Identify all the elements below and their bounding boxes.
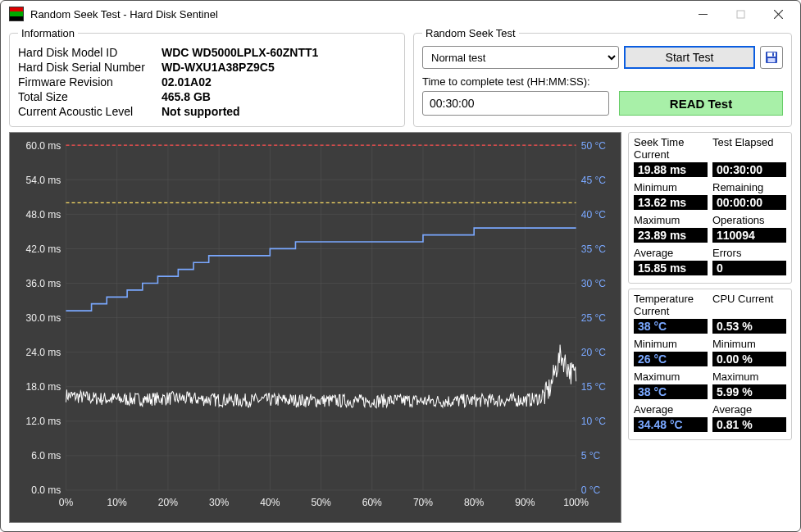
serial-label: Hard Disk Serial Number: [18, 61, 162, 74]
svg-text:30%: 30%: [209, 497, 229, 509]
temp-max-value: 38 °C: [634, 384, 708, 399]
start-test-button[interactable]: Start Test: [624, 46, 755, 69]
test-elapsed-value: 00:30:00: [712, 162, 786, 177]
time-label: Time to complete test (HH:MM:SS):: [422, 75, 783, 88]
svg-text:0 °C: 0 °C: [581, 484, 601, 497]
acoustic-label: Current Acoustic Level: [18, 105, 162, 118]
svg-text:100%: 100%: [563, 497, 589, 509]
information-group: Information Hard Disk Model ID WDC WD500…: [9, 27, 405, 127]
svg-text:36.0 ms: 36.0 ms: [25, 277, 61, 289]
svg-rect-6: [772, 53, 774, 57]
read-test-button[interactable]: READ Test: [619, 91, 783, 116]
svg-text:60%: 60%: [362, 497, 382, 509]
svg-text:25 °C: 25 °C: [581, 312, 606, 325]
svg-text:70%: 70%: [413, 497, 433, 509]
svg-text:20%: 20%: [158, 497, 178, 509]
size-value: 465.8 GB: [162, 90, 396, 103]
information-legend: Information: [18, 27, 78, 39]
model-id-value: WDC WD5000LPLX-60ZNTT1: [162, 46, 396, 59]
test-legend: Random Seek Test: [422, 27, 519, 39]
svg-text:15 °C: 15 °C: [581, 381, 606, 393]
svg-text:30.0 ms: 30.0 ms: [25, 312, 61, 325]
test-group: Random Seek Test Normal test Start Test …: [413, 27, 792, 127]
seek-chart: 0.0 ms6.0 ms12.0 ms18.0 ms24.0 ms30.0 ms…: [9, 132, 621, 523]
svg-text:30 °C: 30 °C: [581, 277, 606, 289]
seek-max-value: 23.89 ms: [634, 228, 708, 243]
model-id-label: Hard Disk Model ID: [18, 46, 162, 59]
svg-text:40 °C: 40 °C: [581, 208, 606, 221]
svg-text:54.0 ms: 54.0 ms: [25, 174, 61, 186]
titlebar: Random Seek Test - Hard Disk Sentinel: [1, 1, 800, 27]
svg-rect-7: [768, 58, 776, 62]
svg-text:42.0 ms: 42.0 ms: [25, 243, 61, 255]
operations-value: 110094: [712, 228, 786, 243]
svg-rect-5: [767, 52, 776, 57]
app-icon: [9, 7, 24, 21]
remaining-value: 00:00:00: [712, 195, 786, 210]
svg-text:80%: 80%: [464, 497, 484, 509]
temp-cpu-group: Temperature Current CPU Current 38 °C 0.…: [628, 289, 792, 440]
temp-current-value: 38 °C: [634, 319, 708, 334]
firmware-value: 02.01A02: [162, 75, 396, 89]
svg-text:6.0 ms: 6.0 ms: [31, 450, 61, 462]
svg-text:0.0 ms: 0.0 ms: [31, 484, 61, 497]
svg-text:50%: 50%: [311, 497, 330, 509]
svg-text:24.0 ms: 24.0 ms: [25, 347, 61, 359]
svg-text:48.0 ms: 48.0 ms: [25, 208, 61, 221]
svg-text:45 °C: 45 °C: [581, 174, 606, 186]
save-button[interactable]: [760, 46, 783, 69]
close-button[interactable]: [759, 2, 797, 26]
temp-avg-value: 34.48 °C: [634, 417, 708, 432]
svg-text:5 °C: 5 °C: [581, 450, 601, 462]
firmware-label: Firmware Revision: [18, 75, 162, 89]
cpu-min-value: 0.00 %: [712, 352, 786, 366]
acoustic-value: Not supported: [162, 105, 396, 118]
floppy-disk-icon: [765, 51, 778, 64]
seek-avg-value: 15.85 ms: [634, 261, 708, 275]
svg-text:10 °C: 10 °C: [581, 416, 606, 428]
serial-value: WD-WXU1A38PZ9C5: [162, 61, 396, 74]
test-type-select[interactable]: Normal test: [422, 46, 619, 69]
window-title: Random Seek Test - Hard Disk Sentinel: [30, 8, 684, 20]
seek-time-group: Seek Time Current Test Elapsed 19.88 ms …: [628, 132, 792, 284]
svg-text:40%: 40%: [260, 497, 280, 509]
minimize-button[interactable]: [684, 2, 721, 26]
svg-text:0%: 0%: [59, 497, 73, 509]
seek-current-value: 19.88 ms: [634, 162, 708, 177]
svg-text:18.0 ms: 18.0 ms: [25, 381, 61, 393]
cpu-current-value: 0.53 %: [712, 319, 786, 334]
size-label: Total Size: [18, 90, 162, 103]
svg-text:20 °C: 20 °C: [581, 347, 606, 359]
maximize-button[interactable]: [721, 2, 759, 26]
svg-text:90%: 90%: [515, 497, 535, 509]
cpu-avg-value: 0.81 %: [712, 417, 786, 432]
svg-text:10%: 10%: [107, 497, 127, 509]
errors-value: 0: [712, 261, 786, 275]
svg-text:35 °C: 35 °C: [581, 243, 606, 255]
time-input[interactable]: [422, 91, 609, 116]
seek-min-value: 13.62 ms: [634, 195, 708, 210]
svg-text:12.0 ms: 12.0 ms: [25, 416, 61, 428]
svg-text:60.0 ms: 60.0 ms: [25, 139, 61, 152]
svg-rect-1: [737, 11, 744, 18]
svg-text:50 °C: 50 °C: [581, 139, 606, 152]
cpu-max-value: 5.99 %: [712, 384, 786, 399]
temp-min-value: 26 °C: [634, 352, 708, 366]
